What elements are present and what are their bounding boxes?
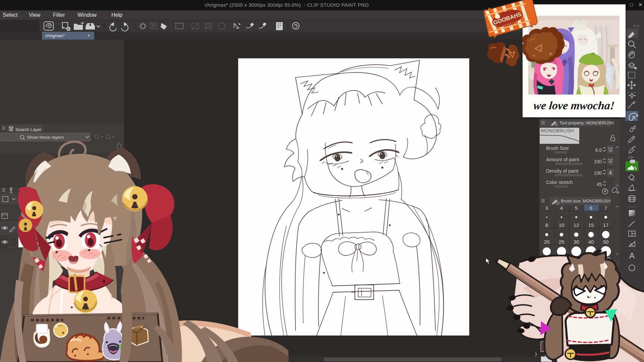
svg-text:6: 6 xyxy=(590,205,592,211)
svg-text:50: 50 xyxy=(603,239,609,245)
svg-text:Brush Size: Brush Size xyxy=(546,145,569,151)
svg-text:40: 40 xyxy=(588,239,594,245)
svg-text:8: 8 xyxy=(545,222,548,228)
svg-text:25: 25 xyxy=(559,239,565,245)
svg-text:7: 7 xyxy=(604,205,607,211)
svg-text:Search Layer: Search Layer xyxy=(15,127,42,132)
svg-text:10: 10 xyxy=(559,222,565,228)
svg-text:5: 5 xyxy=(575,205,578,211)
svg-text:100: 100 xyxy=(594,159,602,164)
svg-text:30: 30 xyxy=(574,239,579,245)
svg-text:45: 45 xyxy=(596,182,602,187)
svg-text:17: 17 xyxy=(603,222,609,228)
svg-text:12: 12 xyxy=(574,222,579,228)
svg-text:Brush size: MONOBRUSH: Brush size: MONOBRUSH xyxy=(561,199,610,203)
svg-text:» «: » « xyxy=(633,23,639,28)
svg-text:MONOBRUSH: MONOBRUSH xyxy=(541,128,574,133)
svg-text:6.0: 6.0 xyxy=(595,147,602,153)
svg-text:Density of paint: Density of paint xyxy=(546,168,579,174)
svg-text:Color stretch: Color stretch xyxy=(546,180,573,185)
svg-text:15: 15 xyxy=(588,222,594,228)
svg-text:4: 4 xyxy=(560,205,563,211)
svg-text:3: 3 xyxy=(545,205,548,211)
svg-text:Tool property: MONOBRUSH: Tool property: MONOBRUSH xyxy=(559,121,614,125)
svg-text:20: 20 xyxy=(544,239,550,245)
svg-text:100: 100 xyxy=(594,170,602,176)
svg-text:Amount of paint: Amount of paint xyxy=(546,157,579,162)
